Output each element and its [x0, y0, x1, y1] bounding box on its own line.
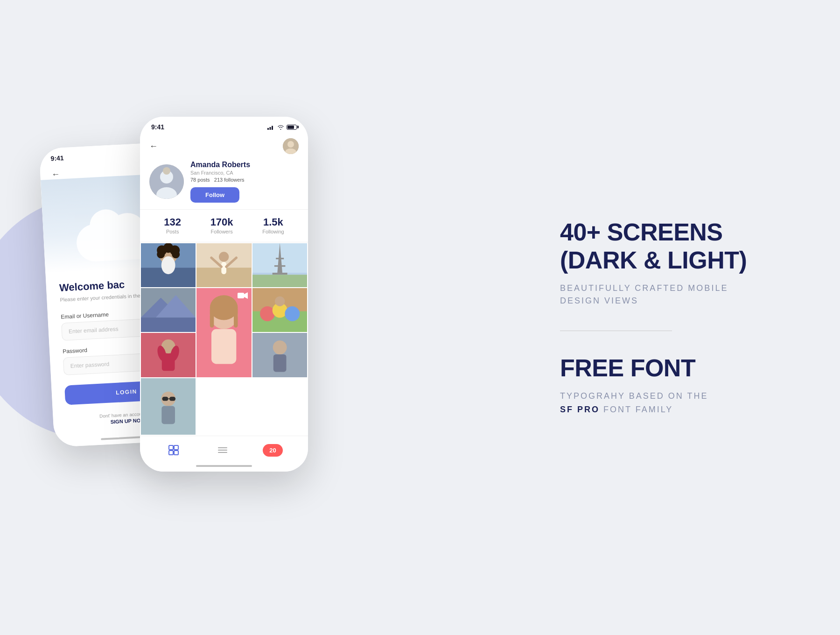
stat-followers-label: Followers	[210, 229, 233, 234]
time-back: 9:41	[50, 154, 64, 162]
subheadline-2: TYPOGRAHY BASED ON THE SF PRO FONT FAMIL…	[560, 389, 803, 416]
profile-stats-mini: 78 posts 213 followers	[190, 177, 250, 183]
home-indicator-front	[196, 465, 252, 467]
profile-avatar-section: Amanda Roberts San Francisco, CA 78 post…	[149, 161, 299, 203]
signal-icon-front	[267, 125, 275, 130]
svg-point-25	[219, 252, 229, 261]
svg-point-7	[287, 141, 294, 148]
svg-point-21	[172, 250, 180, 258]
photo-cell-7[interactable]	[141, 333, 196, 377]
svg-rect-71	[174, 451, 178, 455]
phones-section: 9:41	[37, 89, 401, 546]
svg-rect-37	[141, 318, 196, 332]
profile-screen: 9:41	[140, 117, 308, 472]
main-container: 9:41	[0, 0, 840, 635]
svg-rect-35	[252, 275, 307, 287]
svg-rect-45	[234, 308, 238, 328]
photo-cell-8[interactable]	[252, 333, 307, 377]
nav-list-icon[interactable]	[214, 442, 231, 459]
photo-6	[252, 288, 307, 332]
stat-posts: 132 Posts	[164, 217, 181, 234]
photo-8	[252, 333, 307, 377]
photo-cell-1[interactable]	[141, 243, 196, 287]
svg-rect-65	[169, 396, 175, 401]
stat-following: 1.5k Following	[262, 217, 284, 234]
stat-following-label: Following	[262, 229, 284, 234]
stat-posts-number: 132	[164, 217, 181, 227]
small-avatar-image	[283, 138, 299, 154]
svg-rect-3	[267, 128, 269, 130]
section-divider	[560, 331, 672, 331]
status-icons-front	[267, 125, 297, 130]
stat-followers: 170k Followers	[210, 217, 233, 234]
profile-header: ←	[140, 134, 308, 209]
stat-following-number: 1.5k	[262, 217, 284, 227]
video-camera-icon	[238, 292, 248, 299]
svg-marker-47	[244, 292, 248, 299]
svg-rect-44	[210, 308, 214, 328]
small-avatar	[283, 138, 299, 154]
svg-rect-70	[169, 451, 173, 455]
stat-followers-number: 170k	[210, 217, 233, 227]
headline-2: FREE FONT	[560, 354, 803, 382]
photo-cell-5-large[interactable]	[196, 288, 251, 377]
stat-posts-label: Posts	[164, 229, 181, 234]
phone-profile: 9:41	[140, 117, 308, 472]
bottom-nav: 20	[140, 436, 308, 461]
nav-badge[interactable]: 20	[263, 444, 282, 457]
stats-row: 132 Posts 170k Followers 1.5k Following	[140, 209, 308, 242]
photo-cell-4[interactable]	[141, 288, 196, 332]
svg-rect-69	[174, 445, 178, 450]
time-front: 9:41	[151, 123, 164, 131]
photo-cell-9[interactable]	[141, 378, 196, 435]
svg-rect-61	[273, 354, 286, 372]
photo-4	[141, 288, 196, 332]
battery-icon-front	[287, 125, 297, 130]
svg-point-52	[285, 306, 300, 321]
photo-5	[196, 288, 251, 377]
svg-point-43	[210, 295, 238, 320]
svg-rect-46	[238, 293, 244, 298]
svg-point-16	[161, 256, 175, 274]
list-icon	[217, 444, 228, 456]
svg-rect-67	[161, 406, 175, 424]
svg-rect-4	[270, 127, 271, 130]
photo-cell-6[interactable]	[252, 288, 307, 332]
nav-grid-icon[interactable]	[165, 442, 182, 459]
phone-notch-front	[191, 117, 257, 130]
text-section: 40+ SCREENS (DARK & LIGHT) BEAUTIFULLY C…	[523, 219, 803, 416]
svg-rect-42	[211, 329, 236, 364]
subheadline-1: BEAUTIFULLY CRAFTED MOBILE DESIGN VIEWS	[560, 282, 803, 307]
grid-icon	[168, 444, 179, 456]
video-badge	[238, 292, 248, 301]
follow-button[interactable]: Follow	[190, 187, 239, 203]
photo-7	[141, 333, 196, 377]
svg-point-53	[275, 296, 285, 306]
svg-rect-68	[169, 445, 173, 450]
svg-rect-64	[162, 396, 168, 401]
svg-rect-5	[272, 126, 273, 130]
photo-cell-3[interactable]	[252, 243, 307, 287]
profile-name: Amanda Roberts	[190, 161, 250, 169]
svg-rect-26	[222, 262, 227, 275]
sf-pro-bold: SF PRO	[560, 405, 600, 414]
photo-1	[141, 243, 196, 287]
svg-point-60	[273, 341, 287, 355]
headline-1: 40+ SCREENS (DARK & LIGHT)	[560, 219, 803, 275]
profile-avatar-image	[149, 164, 184, 199]
profile-location: San Francisco, CA	[190, 170, 250, 176]
profile-top-row: ←	[149, 138, 299, 154]
back-arrow-profile[interactable]: ←	[149, 141, 158, 151]
photo-cell-2[interactable]	[196, 243, 251, 287]
svg-rect-34	[272, 273, 287, 275]
photo-2	[196, 243, 251, 287]
photo-3	[252, 243, 307, 287]
svg-rect-32	[276, 258, 284, 259]
profile-info: Amanda Roberts San Francisco, CA 78 post…	[190, 161, 250, 203]
photo-9	[141, 378, 196, 435]
svg-point-12	[163, 167, 170, 175]
svg-point-20	[157, 250, 165, 258]
wifi-icon-front	[277, 125, 284, 130]
photo-grid	[140, 242, 308, 436]
svg-rect-33	[274, 265, 285, 267]
